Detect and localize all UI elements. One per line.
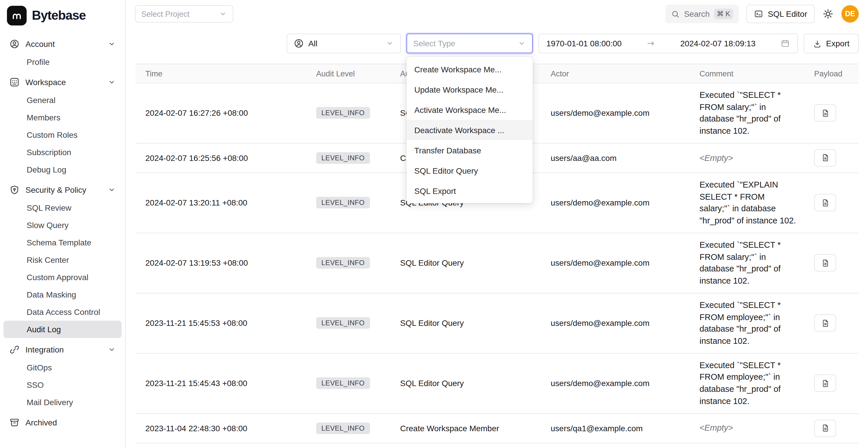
sidebar: Bytebase Account Profile xyxy=(0,0,126,448)
type-dropdown-option[interactable]: SQL Editor Query xyxy=(406,160,532,181)
payload-view-button[interactable] xyxy=(814,104,836,122)
type-dropdown-option[interactable]: Activate Workspace Me... xyxy=(406,100,532,120)
chevron-down-icon xyxy=(517,39,526,47)
link-icon xyxy=(9,344,20,355)
sidebar-item[interactable]: Slow Query xyxy=(3,217,122,234)
table-row: 2023-11-04 21:26:34 +08:00 LEVEL_INFO SQ… xyxy=(135,443,859,448)
chevron-down-icon xyxy=(219,10,227,18)
sidebar-item[interactable]: Audit Log xyxy=(3,321,122,338)
sidebar-item[interactable]: Debug Log xyxy=(3,161,122,178)
cell-audit-level: LEVEL_INFO xyxy=(316,104,400,122)
sql-editor-label: SQL Editor xyxy=(768,9,807,19)
cell-payload xyxy=(814,254,859,272)
type-filter-placeholder: Select Type xyxy=(413,39,456,48)
filters: All Select Type xyxy=(286,34,859,53)
sidebar-item[interactable]: Data Masking xyxy=(3,286,122,303)
cell-payload xyxy=(814,194,859,212)
main-content: Select Project Search ⌘ K SQL xyxy=(126,0,868,448)
sidebar-item[interactable]: Members xyxy=(3,109,122,126)
sidebar-item[interactable]: Archived xyxy=(3,413,122,432)
cell-payload xyxy=(814,419,859,437)
type-dropdown-menu: Create Workspace Me... Update Workspace … xyxy=(406,57,532,203)
payload-view-button[interactable] xyxy=(814,315,836,332)
project-select[interactable]: Select Project xyxy=(135,5,234,23)
level-badge: LEVEL_INFO xyxy=(316,318,370,329)
sidebar-item[interactable]: Profile xyxy=(3,53,122,71)
filter-bar: All Select Type xyxy=(126,27,868,64)
search-shortcut: ⌘ K xyxy=(714,9,733,19)
sidebar-item[interactable]: Integration xyxy=(3,340,122,359)
cell-time: 2023-11-04 22:48:30 +08:00 xyxy=(145,419,316,437)
sidebar-item[interactable]: Workspace xyxy=(3,73,122,91)
chevron-down-icon xyxy=(108,346,116,354)
payload-view-button[interactable] xyxy=(814,254,836,272)
sidebar-item[interactable]: GitOps xyxy=(3,359,122,376)
cell-comment: Executed `"SELECT * FROM salary;"` in da… xyxy=(700,239,814,287)
table-row: 2023-11-04 22:48:30 +08:00 LEVEL_INFO Cr… xyxy=(135,414,859,443)
level-badge: LEVEL_INFO xyxy=(316,422,370,434)
sidebar-item[interactable]: Custom Roles xyxy=(3,126,122,143)
shield-icon xyxy=(9,185,20,195)
type-dropdown-option[interactable]: Transfer Database xyxy=(406,140,532,160)
column-header-payload: Payload xyxy=(814,69,859,78)
cell-comment: <Empty> xyxy=(700,152,814,164)
type-dropdown-option[interactable]: Deactivate Workspace ... xyxy=(406,120,532,140)
export-button[interactable]: Export xyxy=(803,34,859,53)
sidebar-item[interactable]: Risk Center xyxy=(3,251,122,268)
actor-filter-select[interactable]: All xyxy=(286,34,400,53)
search-input[interactable]: Search ⌘ K xyxy=(665,5,739,23)
sidebar-item[interactable]: General xyxy=(3,91,122,109)
chevron-down-icon xyxy=(108,40,116,48)
cell-comment: Executed `"SELECT * FROM employee;"` in … xyxy=(700,359,814,408)
level-badge: LEVEL_INFO xyxy=(316,257,370,269)
cell-audit-type: SQL Editor Query xyxy=(400,315,551,332)
cell-audit-level: LEVEL_INFO xyxy=(316,254,400,272)
sql-editor-button[interactable]: SQL Editor xyxy=(746,5,815,23)
level-badge: LEVEL_INFO xyxy=(316,152,370,164)
cell-actor: users/demo@example.com xyxy=(551,254,700,272)
type-filter-select[interactable]: Select Type xyxy=(406,34,532,53)
column-header-audit-level: Audit Level xyxy=(316,69,400,78)
cell-comment: <Empty> xyxy=(700,422,814,434)
sidebar-item[interactable]: Subscription xyxy=(3,143,122,161)
date-range-picker[interactable]: 1970-01-01 08:00:00 2024-02-07 18:09:13 xyxy=(538,34,798,53)
download-icon xyxy=(813,39,822,48)
date-range-end: 2024-02-07 18:09:13 xyxy=(680,39,756,48)
cell-audit-level: LEVEL_INFO xyxy=(316,149,400,167)
sidebar-item[interactable]: Security & Policy xyxy=(3,181,122,199)
cell-actor: users/demo@example.com xyxy=(551,194,700,212)
cell-time: 2024-02-07 13:20:11 +08:00 xyxy=(145,194,316,212)
sidebar-item[interactable]: Account xyxy=(3,35,122,53)
topbar: Select Project Search ⌘ K SQL xyxy=(126,0,868,27)
type-dropdown-option[interactable]: Update Workspace Me... xyxy=(406,79,532,100)
sidebar-item[interactable]: Custom Approval xyxy=(3,268,122,286)
document-icon xyxy=(821,154,830,162)
cell-time: 2024-02-07 16:25:56 +08:00 xyxy=(145,149,316,167)
payload-view-button[interactable] xyxy=(814,419,836,437)
type-dropdown-option[interactable]: SQL Export xyxy=(406,181,532,201)
payload-view-button[interactable] xyxy=(814,149,836,167)
search-icon xyxy=(672,9,680,18)
sql-editor-icon xyxy=(754,9,763,19)
sidebar-item[interactable]: SSO xyxy=(3,376,122,393)
export-label: Export xyxy=(826,39,849,48)
payload-view-button[interactable] xyxy=(814,194,836,212)
sidebar-item[interactable]: SQL Review xyxy=(3,199,122,217)
user-avatar[interactable]: DE xyxy=(841,5,859,23)
document-icon xyxy=(821,109,830,118)
sidebar-item[interactable]: Mail Delivery xyxy=(3,393,122,411)
payload-view-button[interactable] xyxy=(814,375,836,392)
sidebar-item[interactable]: Data Access Control xyxy=(3,303,122,321)
table-row: 2023-11-21 15:45:53 +08:00 LEVEL_INFO SQ… xyxy=(135,293,859,354)
cell-actor: users/demo@example.com xyxy=(551,375,700,392)
actor-filter-value: All xyxy=(308,39,317,48)
document-icon xyxy=(821,259,830,267)
type-dropdown-option[interactable]: Create Workspace Me... xyxy=(406,59,532,79)
sidebar-item[interactable]: Schema Template xyxy=(3,234,122,251)
settings-gear-icon[interactable] xyxy=(822,8,834,20)
user-circle-icon xyxy=(293,38,304,49)
column-header-time: Time xyxy=(145,69,316,78)
brand-logo[interactable]: Bytebase xyxy=(0,0,125,31)
cell-audit-level: LEVEL_INFO xyxy=(316,419,400,437)
column-header-comment: Comment xyxy=(700,69,814,78)
